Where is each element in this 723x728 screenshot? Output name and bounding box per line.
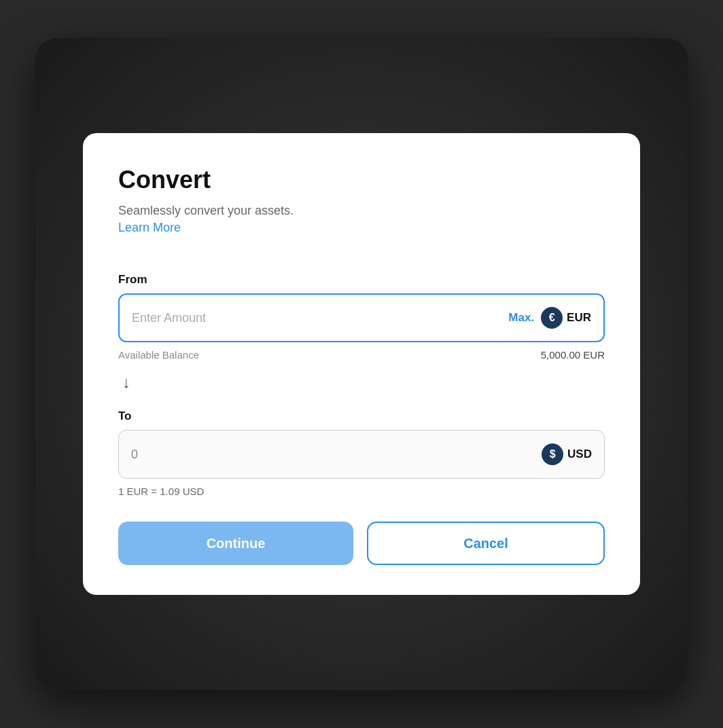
cancel-button[interactable]: Cancel <box>367 522 605 565</box>
usd-icon: $ <box>542 443 563 465</box>
continue-button[interactable]: Continue <box>118 522 353 565</box>
modal-backdrop: Convert Seamlessly convert your assets. … <box>35 38 688 690</box>
from-currency-code: EUR <box>567 311 591 325</box>
to-input-wrapper: $ USD <box>118 430 605 479</box>
from-label: From <box>118 273 605 287</box>
arrow-down-icon: ↓ <box>122 374 130 390</box>
available-balance-value: 5,000.00 EUR <box>541 349 605 361</box>
balance-row: Available Balance 5,000.00 EUR <box>118 349 605 361</box>
exchange-rate: 1 EUR = 1.09 USD <box>118 486 605 497</box>
to-amount-input[interactable] <box>131 448 542 462</box>
from-input-wrapper: Max. € EUR <box>118 293 605 342</box>
modal-subtitle: Seamlessly convert your assets. <box>118 204 605 218</box>
eur-icon: € <box>541 307 563 329</box>
button-row: Continue Cancel <box>118 522 605 565</box>
direction-arrow: ↓ <box>118 374 605 390</box>
convert-modal: Convert Seamlessly convert your assets. … <box>83 133 640 595</box>
max-button[interactable]: Max. <box>508 311 534 325</box>
modal-title: Convert <box>118 166 605 194</box>
from-currency-badge: € EUR <box>541 307 591 329</box>
to-label: To <box>118 410 605 423</box>
learn-more-link[interactable]: Learn More <box>118 221 181 235</box>
from-amount-input[interactable] <box>132 311 508 325</box>
to-currency-badge: $ USD <box>542 443 592 465</box>
to-currency-code: USD <box>567 448 592 461</box>
available-balance-label: Available Balance <box>118 349 199 361</box>
